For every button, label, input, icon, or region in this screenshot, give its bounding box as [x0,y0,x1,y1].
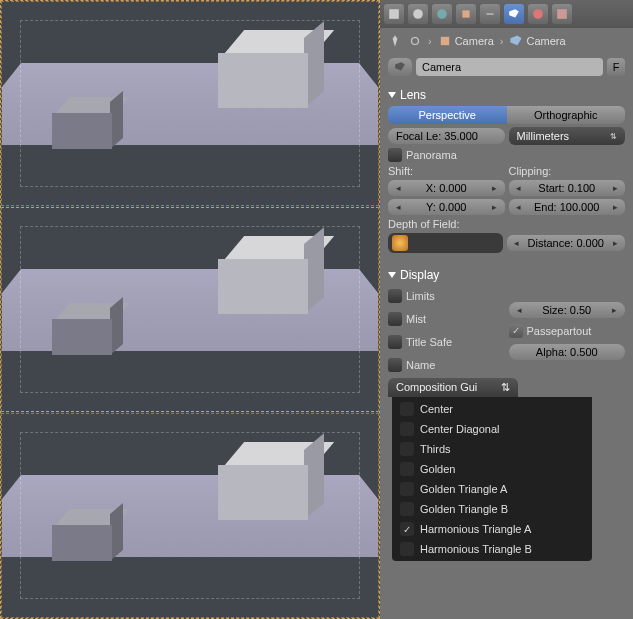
camera-icon [394,61,406,73]
perspective-button[interactable]: Perspective [388,106,507,124]
datablock-name-input[interactable]: Camera [416,58,603,76]
tab-object-icon[interactable] [456,4,476,24]
dof-object-input[interactable] [388,233,503,253]
shift-x-input[interactable]: ◂X: 0.000▸ [388,180,505,196]
camera-object-icon [438,34,452,48]
mist-checkbox[interactable] [388,312,402,326]
breadcrumb: › Camera › Camera [380,28,633,54]
context-icon[interactable] [408,34,422,48]
dof-distance-input[interactable]: ◂Distance: 0.000▸ [507,235,626,251]
menu-item-checkbox [400,462,414,476]
menu-item-label: Golden Triangle A [420,483,507,495]
tab-world-icon[interactable] [432,4,452,24]
size-input[interactable]: ◂Size: 0.50▸ [509,302,626,318]
menu-item-checkbox [400,422,414,436]
composition-guides-select[interactable]: Composition Gui⇅ [388,378,518,397]
menu-item[interactable]: Thirds [392,439,592,459]
breadcrumb-data[interactable]: Camera [526,35,565,47]
menu-item-label: Center Diagonal [420,423,500,435]
lens-unit-select[interactable]: Millimeters⇅ [509,127,626,145]
datablock-browse[interactable] [388,58,412,76]
menu-item-label: Golden Triangle B [420,503,508,515]
clip-start-input[interactable]: ◂Start: 0.100▸ [509,180,626,196]
menu-item-checkbox [400,442,414,456]
pin-icon[interactable] [388,34,402,48]
svg-rect-5 [557,9,567,19]
tab-constraints-icon[interactable] [480,4,500,24]
tab-render-icon[interactable] [384,4,404,24]
menu-item-label: Center [420,403,453,415]
tab-scene-icon[interactable] [408,4,428,24]
menu-item-label: Harmonious Triangle A [420,523,531,535]
menu-item[interactable]: Golden Triangle A [392,479,592,499]
menu-item[interactable]: Harmonious Triangle B [392,539,592,559]
shift-label: Shift: [388,165,505,177]
menu-item-checkbox [400,402,414,416]
lens-header[interactable]: Lens [388,88,625,102]
panorama-checkbox[interactable] [388,148,402,162]
menu-item[interactable]: Golden [392,459,592,479]
fake-user-button[interactable]: F [607,58,625,76]
alpha-input[interactable]: Alpha: 0.500 [509,344,626,360]
display-header[interactable]: Display [388,268,625,282]
titlesafe-checkbox[interactable] [388,335,402,349]
properties-panel: › Camera › Camera Camera F Lens Perspect… [380,0,633,619]
menu-item-checkbox [400,482,414,496]
shift-y-input[interactable]: ◂Y: 0.000▸ [388,199,505,215]
disclosure-triangle-icon [388,92,396,98]
menu-item-checkbox [400,542,414,556]
focal-length-input[interactable]: Focal Le: 35.000 [388,128,505,144]
menu-item[interactable]: Center [392,399,592,419]
display-panel: Display Limits Mist Title Safe Name ◂Siz… [380,260,633,401]
svg-rect-0 [389,9,399,19]
disclosure-triangle-icon [388,272,396,278]
viewport-2[interactable] [1,207,379,412]
menu-item-label: Harmonious Triangle B [420,543,532,555]
property-tabs [380,0,633,28]
svg-point-6 [412,38,419,45]
tab-material-icon[interactable] [528,4,548,24]
breadcrumb-object[interactable]: Camera [455,35,494,47]
viewport-column [0,0,380,619]
menu-item-label: Thirds [420,443,451,455]
orthographic-button[interactable]: Orthographic [507,106,626,124]
passepartout-checkbox[interactable]: ✓ [509,324,523,338]
camera-data-icon [509,34,523,48]
clip-end-input[interactable]: ◂End: 100.000▸ [509,199,626,215]
name-checkbox[interactable] [388,358,402,372]
lens-type-segment: Perspective Orthographic [388,106,625,124]
svg-point-1 [413,9,423,19]
panorama-label: Panorama [406,149,457,161]
clipping-label: Clipping: [509,165,626,177]
menu-item[interactable]: ✓Harmonious Triangle A [392,519,592,539]
menu-item[interactable]: Center Diagonal [392,419,592,439]
limits-checkbox[interactable] [388,289,402,303]
menu-item[interactable]: Golden Triangle B [392,499,592,519]
menu-item-checkbox [400,502,414,516]
dof-label: Depth of Field: [388,218,460,230]
viewport-3[interactable] [1,413,379,618]
svg-rect-3 [462,10,469,17]
lens-panel: Lens Perspective Orthographic Focal Le: … [380,80,633,260]
viewport-1[interactable] [1,1,379,206]
svg-point-4 [533,9,543,19]
tab-texture-icon[interactable] [552,4,572,24]
composition-guides-menu: CenterCenter DiagonalThirdsGoldenGolden … [392,397,592,561]
object-icon [392,235,408,251]
svg-rect-7 [440,37,448,45]
datablock-name-row: Camera F [380,54,633,80]
menu-item-label: Golden [420,463,455,475]
menu-item-checkbox: ✓ [400,522,414,536]
svg-point-2 [437,9,447,19]
tab-data-icon[interactable] [504,4,524,24]
